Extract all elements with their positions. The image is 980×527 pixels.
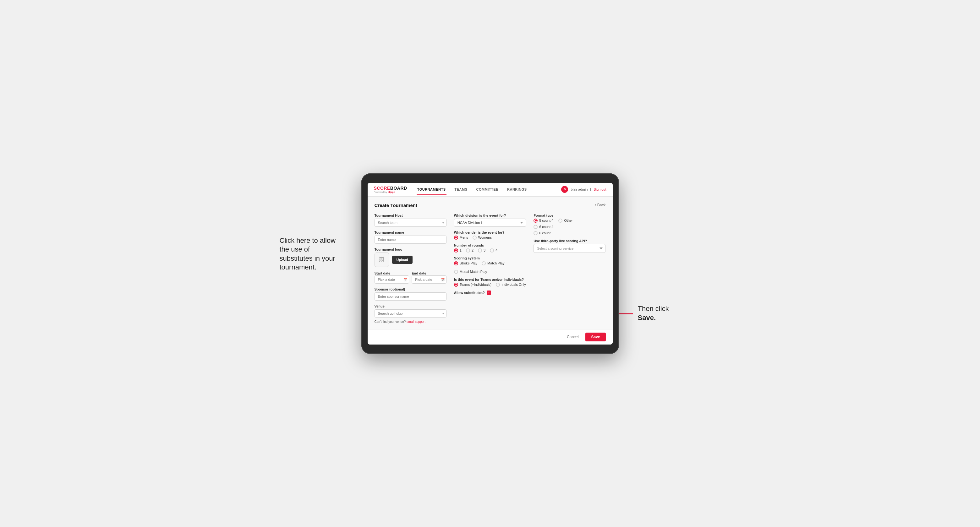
user-name: blair admin xyxy=(571,187,587,191)
rounds-4-radio[interactable] xyxy=(490,248,494,252)
format-other-radio[interactable] xyxy=(558,219,562,223)
form-col-1: Tournament Host ▾ Tournament name Tourna xyxy=(374,214,447,324)
allow-subs-label: Allow substitutes? xyxy=(454,291,485,295)
event-type-group: Is this event for Teams and/or Individua… xyxy=(454,278,526,287)
event-type-radio-group: Teams (+Individuals) Individuals Only xyxy=(454,283,526,287)
format-6count4[interactable]: 6 count 4 xyxy=(533,225,606,229)
sponsor-group: Sponsor (optional) xyxy=(374,287,447,300)
format-other[interactable]: Other xyxy=(558,219,573,223)
save-button[interactable]: Save xyxy=(585,333,606,341)
start-date-label: Start date xyxy=(374,271,391,275)
content-area: Create Tournament ‹ Back Tournament Host xyxy=(368,197,613,329)
scoring-radio-group: Stroke Play Match Play Medal Match Play xyxy=(454,261,526,274)
form-col-2: Which division is the event for? NCAA Di… xyxy=(454,214,526,324)
tournament-logo-group: Tournament logo 🖼 Upload xyxy=(374,248,447,267)
sponsor-input[interactable] xyxy=(374,292,447,300)
nav-links: TOURNAMENTS TEAMS COMMITTEE RANKINGS xyxy=(417,187,562,191)
allow-subs-group: Allow substitutes? xyxy=(454,290,526,295)
format-5count4[interactable]: 5 count 4 xyxy=(533,219,553,223)
scoring-match[interactable]: Match Play xyxy=(482,261,504,265)
rounds-2-radio[interactable] xyxy=(466,248,470,252)
venue-group: Venue ▾ Can't find your venue? email sup… xyxy=(374,304,447,324)
tournament-name-input[interactable] xyxy=(374,235,447,244)
calendar-icon-end: 📅 xyxy=(441,278,445,281)
sign-out-link[interactable]: Sign out xyxy=(593,187,606,191)
footer-bar: Cancel Save xyxy=(368,329,613,344)
rounds-4[interactable]: 4 xyxy=(490,248,497,252)
rounds-2[interactable]: 2 xyxy=(466,248,474,252)
gender-womens-radio[interactable] xyxy=(473,235,477,240)
division-group: Which division is the event for? NCAA Di… xyxy=(454,214,526,227)
end-date-label: End date xyxy=(412,271,426,275)
tournament-logo-label: Tournament logo xyxy=(374,248,447,251)
division-label: Which division is the event for? xyxy=(454,214,526,217)
page-header: Create Tournament ‹ Back xyxy=(374,203,606,208)
venue-label: Venue xyxy=(374,304,447,308)
logo-area: SCOREBOARD Powered by clippd xyxy=(374,186,407,194)
nav-link-rankings[interactable]: RANKINGS xyxy=(506,187,528,191)
scoring-match-radio[interactable] xyxy=(482,261,486,265)
avatar: B xyxy=(561,186,568,193)
logo-upload-row: 🖼 Upload xyxy=(374,252,447,267)
dropdown-icon: ▾ xyxy=(442,221,444,224)
event-individuals[interactable]: Individuals Only xyxy=(496,283,526,287)
event-individuals-radio[interactable] xyxy=(496,283,500,287)
gender-group: Which gender is the event for? Mens Wome… xyxy=(454,230,526,240)
scoring-medal-radio[interactable] xyxy=(454,270,458,274)
sponsor-label: Sponsor (optional) xyxy=(374,287,447,291)
page-title: Create Tournament xyxy=(374,203,417,208)
format-label: Format type xyxy=(533,214,606,217)
event-type-label: Is this event for Teams and/or Individua… xyxy=(454,278,526,281)
gender-mens-radio[interactable] xyxy=(454,235,458,240)
allow-subs-checkbox-group: Allow substitutes? xyxy=(454,290,526,295)
annotation-left: Click here to allow the use of substitut… xyxy=(280,236,342,272)
nav-link-committee[interactable]: COMMITTEE xyxy=(476,187,499,191)
scoring-stroke-radio[interactable] xyxy=(454,261,458,265)
venue-hint: Can't find your venue? email support xyxy=(374,320,447,324)
date-group: Start date 📅 End date xyxy=(374,271,447,284)
rounds-group: Number of rounds 1 2 xyxy=(454,243,526,252)
api-group: Use third-party live scoring API? Select… xyxy=(533,239,606,253)
scoring-stroke[interactable]: Stroke Play xyxy=(454,261,477,265)
format-6count5-radio[interactable] xyxy=(533,231,538,235)
tablet-screen: SCOREBOARD Powered by clippd TOURNAMENTS… xyxy=(368,183,613,344)
annotation-right: Then click Save. xyxy=(638,304,694,322)
tournament-host-group: Tournament Host ▾ xyxy=(374,214,447,227)
format-6count4-radio[interactable] xyxy=(533,225,538,229)
tournament-host-input[interactable] xyxy=(374,219,447,227)
rounds-1[interactable]: 1 xyxy=(454,248,461,252)
gender-mens[interactable]: Mens xyxy=(454,235,468,240)
powered-by: Powered by clippd xyxy=(374,190,407,194)
allow-subs-checkbox[interactable] xyxy=(487,290,491,295)
api-label: Use third-party live scoring API? xyxy=(533,239,606,243)
email-support-link[interactable]: email support xyxy=(407,320,425,324)
upload-button[interactable]: Upload xyxy=(392,256,412,264)
event-teams[interactable]: Teams (+Individuals) xyxy=(454,283,492,287)
venue-input[interactable] xyxy=(374,310,447,317)
format-6count5[interactable]: 6 count 5 xyxy=(533,231,606,235)
tournament-host-label: Tournament Host xyxy=(374,214,447,217)
event-teams-radio[interactable] xyxy=(454,283,458,287)
division-select[interactable]: NCAA Division I xyxy=(454,219,526,227)
format-group: Format type 5 count 4 Other xyxy=(533,214,606,235)
format-5count4-radio[interactable] xyxy=(533,219,538,223)
scoring-service-select[interactable]: Select a scoring service xyxy=(533,244,606,253)
back-link[interactable]: ‹ Back xyxy=(595,203,606,207)
form-col-3: Format type 5 count 4 Other xyxy=(533,214,606,324)
tournament-name-label: Tournament name xyxy=(374,230,447,234)
rounds-label: Number of rounds xyxy=(454,243,526,247)
rounds-1-radio[interactable] xyxy=(454,248,458,252)
scoring-medal[interactable]: Medal Match Play xyxy=(454,270,487,274)
tournament-name-group: Tournament name xyxy=(374,230,447,244)
nav-link-teams[interactable]: TEAMS xyxy=(454,187,468,191)
gender-radio-group: Mens Womens xyxy=(454,235,526,240)
logo-placeholder: 🖼 xyxy=(374,252,389,267)
nav-link-tournaments[interactable]: TOURNAMENTS xyxy=(417,187,447,191)
gender-womens[interactable]: Womens xyxy=(473,235,492,240)
cancel-button[interactable]: Cancel xyxy=(563,333,582,341)
rounds-3[interactable]: 3 xyxy=(478,248,485,252)
venue-dropdown-icon: ▾ xyxy=(442,311,444,315)
tablet-frame: SCOREBOARD Powered by clippd TOURNAMENTS… xyxy=(361,173,619,354)
rounds-3-radio[interactable] xyxy=(478,248,482,252)
nav-bar: SCOREBOARD Powered by clippd TOURNAMENTS… xyxy=(368,183,613,197)
